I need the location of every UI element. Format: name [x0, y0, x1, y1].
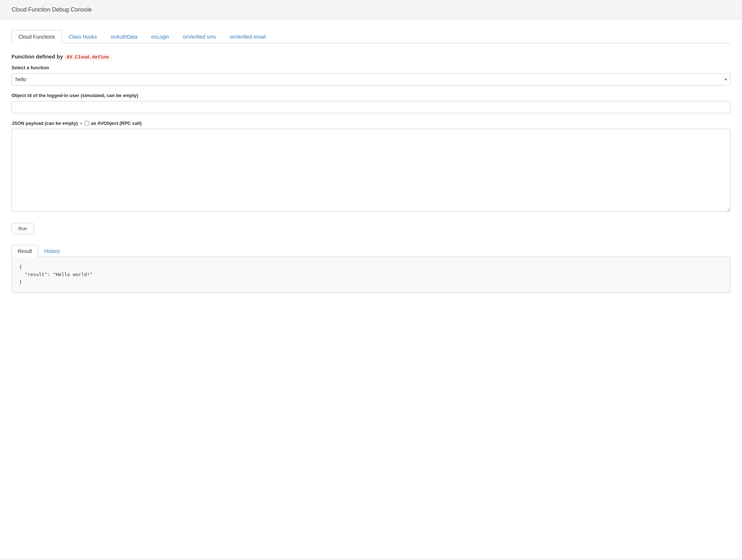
- page-header: Cloud Function Debug Console: [0, 0, 742, 20]
- json-payload-label: JSON payload (can be empty): [12, 121, 78, 126]
- section-heading: Function defined by AV.Cloud.define: [12, 53, 730, 60]
- run-button[interactable]: Run: [12, 223, 34, 234]
- json-label-row: JSON payload (can be empty) » as AVObjec…: [12, 121, 730, 126]
- tab-onauthdata[interactable]: onAuthData: [104, 30, 144, 43]
- as-avobject-checkbox[interactable]: [84, 121, 89, 126]
- tab-onlogin[interactable]: onLogin: [144, 30, 176, 43]
- tab-class-hooks[interactable]: Class Hooks: [62, 30, 104, 43]
- select-function-label: Select a function: [12, 65, 730, 70]
- top-tabs: Cloud Functions Class Hooks onAuthData o…: [12, 30, 730, 43]
- as-avobject-label[interactable]: as AVObject (RPC call): [84, 121, 141, 126]
- select-function-group: Select a function hello ▾: [12, 65, 730, 86]
- json-payload-input[interactable]: [12, 129, 730, 212]
- result-output: { "result": "Hello world!" }: [12, 257, 730, 293]
- object-id-input[interactable]: [12, 101, 730, 113]
- json-chevron: »: [80, 121, 83, 126]
- as-avobject-text: as AVObject (RPC call): [91, 121, 141, 126]
- main-content: Cloud Functions Class Hooks onAuthData o…: [0, 20, 742, 558]
- tab-history[interactable]: History: [38, 245, 66, 257]
- select-wrapper: hello ▾: [12, 73, 730, 86]
- function-select[interactable]: hello: [12, 73, 730, 86]
- tab-onverified-sms[interactable]: onVerified sms: [176, 30, 223, 43]
- object-id-label: Object Id of the logged-in user (simulat…: [12, 93, 730, 98]
- bottom-tabs: Result History: [12, 245, 730, 257]
- heading-text: Function defined by: [12, 53, 65, 60]
- tab-cloud-functions[interactable]: Cloud Functions: [12, 30, 62, 43]
- page-title: Cloud Function Debug Console: [12, 6, 730, 13]
- result-section: Result History { "result": "Hello world!…: [12, 245, 730, 293]
- result-text: { "result": "Hello world!" }: [19, 263, 723, 286]
- code-label: AV.Cloud.define: [65, 54, 111, 61]
- tab-onverified-email[interactable]: onVerified email: [223, 30, 272, 43]
- object-id-group: Object Id of the logged-in user (simulat…: [12, 93, 730, 113]
- tab-result[interactable]: Result: [12, 245, 38, 257]
- json-payload-group: JSON payload (can be empty) » as AVObjec…: [12, 121, 730, 213]
